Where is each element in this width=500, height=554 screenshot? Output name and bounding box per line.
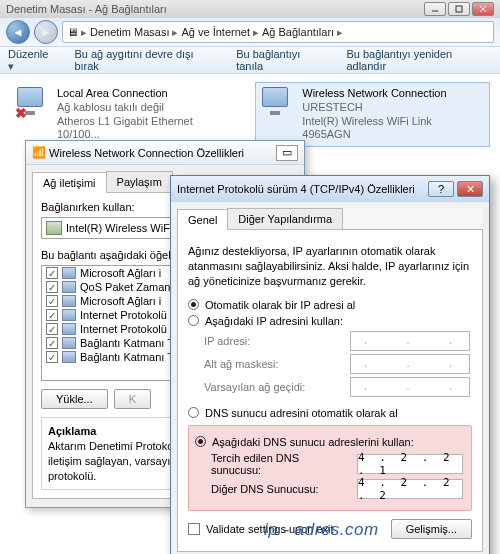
- connection-device: Intel(R) Wireless WiFi Link 4965AGN: [302, 115, 483, 143]
- chevron-right-icon: ▸: [172, 26, 178, 39]
- gateway-input[interactable]: . . .: [350, 377, 470, 397]
- maximize-button[interactable]: [448, 2, 470, 16]
- connection-item-lan[interactable]: ✖ Local Area Connection Ağ kablosu takıl…: [10, 82, 245, 147]
- radio-ip-auto[interactable]: Otomatik olarak bir IP adresi al: [188, 299, 472, 311]
- ipv4-title: Internet Protokolü sürüm 4 (TCP/IPv4) Öz…: [177, 183, 415, 195]
- checkbox-icon[interactable]: [46, 337, 58, 349]
- adapter-icon: [46, 221, 62, 235]
- protocol-icon: [62, 281, 76, 293]
- dns-section: Aşağıdaki DNS sunucu adreslerini kullan:…: [188, 425, 472, 511]
- checkbox-icon[interactable]: [46, 295, 58, 307]
- preferred-dns-label: Tercih edilen DNS sunucusu:: [211, 452, 351, 476]
- preferred-dns-input[interactable]: 4 . 2 . 2 . 1: [357, 454, 463, 474]
- chevron-right-icon: ▸: [337, 26, 343, 39]
- tab-networking[interactable]: Ağ iletişimi: [32, 172, 107, 193]
- radio-label: DNS sunucu adresini otomatik olarak al: [205, 407, 398, 419]
- rename-button[interactable]: Bu bağlantıyı yeniden adlandır: [346, 48, 492, 72]
- list-item-label: Bağlantı Katmanı T: [80, 351, 174, 363]
- install-button[interactable]: Yükle...: [41, 389, 108, 409]
- minimize-button[interactable]: [424, 2, 446, 16]
- chevron-right-icon: ▸: [253, 26, 259, 39]
- properties-close-button[interactable]: ▭: [276, 145, 298, 161]
- watermark: ip - adres.com: [264, 520, 379, 540]
- window-title: Denetim Masası - Ağ Bağlantıları: [6, 3, 424, 15]
- protocol-icon: [62, 337, 76, 349]
- connection-status: Ağ kablosu takılı değil: [57, 101, 238, 115]
- radio-icon: [195, 436, 206, 447]
- tab-alternate[interactable]: Diğer Yapılandırma: [227, 208, 343, 229]
- checkbox-icon[interactable]: [46, 281, 58, 293]
- lan-icon: ✖: [17, 87, 51, 121]
- wifi-icon: 📶: [32, 146, 46, 159]
- diagnose-button[interactable]: Bu bağlantıyı tanıla: [236, 48, 328, 72]
- radio-label: Otomatik olarak bir IP adresi al: [205, 299, 355, 311]
- list-item-label: QoS Paket Zaman: [80, 281, 171, 293]
- radio-ip-manual[interactable]: Aşağıdaki IP adresini kullan:: [188, 315, 472, 327]
- radio-dns-auto[interactable]: DNS sunucu adresini otomatik olarak al: [188, 407, 472, 419]
- svg-rect-1: [456, 6, 462, 12]
- wifi-icon: [262, 87, 296, 121]
- tab-general[interactable]: Genel: [177, 209, 228, 230]
- ipv4-explanation: Ağınız destekliyorsa, IP ayarlarının oto…: [188, 244, 472, 289]
- connection-name: Wireless Network Connection: [302, 87, 483, 101]
- ipv4-properties-dialog: Internet Protokolü sürüm 4 (TCP/IPv4) Öz…: [170, 175, 490, 554]
- close-button[interactable]: [472, 2, 494, 16]
- list-item-label: Internet Protokolü: [80, 309, 167, 321]
- protocol-icon: [62, 351, 76, 363]
- disconnected-x-icon: ✖: [15, 105, 27, 121]
- connection-status: URESTECH: [302, 101, 483, 115]
- radio-icon: [188, 299, 199, 310]
- list-item-label: Microsoft Ağları i: [80, 267, 161, 279]
- radio-icon: [188, 407, 199, 418]
- ip-address-label: IP adresi:: [204, 335, 344, 347]
- radio-icon: [188, 315, 199, 326]
- radio-label: Aşağıdaki IP adresini kullan:: [205, 315, 343, 327]
- validate-checkbox[interactable]: [188, 523, 200, 535]
- tab-sharing[interactable]: Paylaşım: [106, 171, 173, 192]
- organize-menu[interactable]: Düzenle: [8, 48, 56, 73]
- nav-forward-button[interactable]: ►: [34, 20, 58, 44]
- properties-title: Wireless Network Connection Özellikleri: [49, 147, 244, 159]
- breadcrumb[interactable]: 🖥 ▸ Denetim Masası ▸ Ağ ve İnternet ▸ Ağ…: [62, 21, 494, 43]
- checkbox-icon[interactable]: [46, 309, 58, 321]
- alt-dns-label: Diğer DNS Sunucusu:: [211, 483, 351, 495]
- connection-device: Atheros L1 Gigabit Ethernet 10/100...: [57, 115, 238, 143]
- adapter-name: Intel(R) Wireless WiF: [66, 222, 170, 234]
- ipv4-close-button[interactable]: ✕: [457, 181, 483, 197]
- connection-name: Local Area Connection: [57, 87, 238, 101]
- radio-label: Aşağıdaki DNS sunucu adreslerini kullan:: [212, 436, 414, 448]
- computer-icon: 🖥: [67, 26, 78, 38]
- subnet-mask-label: Alt ağ maskesi:: [204, 358, 344, 370]
- uninstall-button[interactable]: K: [114, 389, 151, 409]
- connection-item-wifi[interactable]: Wireless Network Connection URESTECH Int…: [255, 82, 490, 147]
- list-item-label: Internet Protokolü: [80, 323, 167, 335]
- gateway-label: Varsayılan ağ geçidi:: [204, 381, 344, 393]
- ip-address-input[interactable]: . . .: [350, 331, 470, 351]
- list-item-label: Bağlantı Katmanı T: [80, 337, 174, 349]
- breadcrumb-item[interactable]: Ağ Bağlantıları: [262, 26, 334, 38]
- breadcrumb-item[interactable]: Ağ ve İnternet: [181, 26, 250, 38]
- disable-adapter-button[interactable]: Bu ağ aygıtını devre dışı bırak: [74, 48, 218, 72]
- protocol-icon: [62, 309, 76, 321]
- checkbox-icon[interactable]: [46, 267, 58, 279]
- alt-dns-input[interactable]: 4 . 2 . 2 . 2: [357, 479, 463, 499]
- radio-dns-manual[interactable]: Aşağıdaki DNS sunucu adreslerini kullan:: [195, 436, 465, 448]
- advanced-button[interactable]: Gelişmiş...: [391, 519, 472, 539]
- subnet-mask-input[interactable]: . . .: [350, 354, 470, 374]
- nav-back-button[interactable]: ◄: [6, 20, 30, 44]
- help-button[interactable]: ?: [428, 181, 454, 197]
- checkbox-icon[interactable]: [46, 351, 58, 363]
- protocol-icon: [62, 323, 76, 335]
- breadcrumb-item[interactable]: Denetim Masası: [90, 26, 169, 38]
- chevron-right-icon: ▸: [81, 26, 87, 39]
- checkbox-icon[interactable]: [46, 323, 58, 335]
- protocol-icon: [62, 295, 76, 307]
- protocol-icon: [62, 267, 76, 279]
- list-item-label: Microsoft Ağları i: [80, 295, 161, 307]
